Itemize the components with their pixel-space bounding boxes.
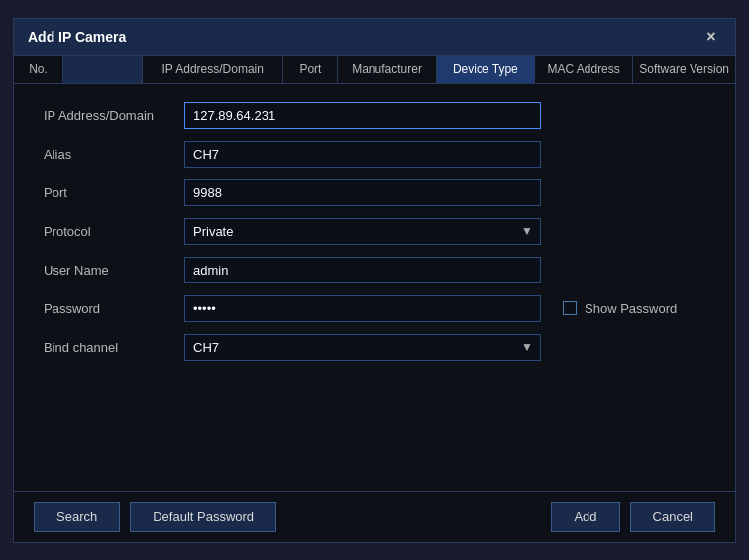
th-status <box>63 56 143 83</box>
show-password-checkbox[interactable] <box>563 301 577 315</box>
port-input[interactable] <box>184 179 541 206</box>
protocol-row: Protocol Private ONVIF RTSP ▼ <box>44 218 705 245</box>
table-header: No. IP Address/Domain Port Manufacturer … <box>14 56 735 84</box>
ip-input[interactable] <box>184 102 541 129</box>
th-software: Software Version <box>633 56 735 83</box>
add-ip-camera-dialog: Add IP Camera × No. IP Address/Domain Po… <box>13 18 736 543</box>
search-button[interactable]: Search <box>34 502 120 532</box>
port-row: Port <box>44 179 705 206</box>
bind-channel-label: Bind channel <box>44 340 172 355</box>
th-ip: IP Address/Domain <box>143 56 283 83</box>
username-input[interactable] <box>184 257 541 283</box>
password-label: Password <box>44 301 172 316</box>
alias-row: Alias <box>44 141 705 168</box>
close-button[interactable]: × <box>701 27 721 47</box>
show-password-label: Show Password <box>585 301 677 316</box>
th-no: No. <box>14 56 63 83</box>
protocol-label: Protocol <box>44 224 172 239</box>
ip-row: IP Address/Domain <box>44 102 705 129</box>
form-content: IP Address/Domain Alias Port Protocol Pr… <box>14 84 735 491</box>
th-manufacturer: Manufacturer <box>338 56 436 83</box>
ip-label: IP Address/Domain <box>44 108 172 123</box>
password-row: Password Show Password <box>44 295 705 322</box>
title-bar: Add IP Camera × <box>14 19 735 56</box>
bind-channel-row: Bind channel CH1CH2CH3 CH4CH5CH6 CH7CH8 … <box>44 334 705 361</box>
show-password-area: Show Password <box>563 301 677 316</box>
bind-channel-select-wrap: CH1CH2CH3 CH4CH5CH6 CH7CH8 ▼ <box>184 334 541 361</box>
protocol-select-wrap: Private ONVIF RTSP ▼ <box>184 218 541 245</box>
alias-label: Alias <box>44 147 172 162</box>
cancel-button[interactable]: Cancel <box>630 502 715 532</box>
bind-channel-select[interactable]: CH1CH2CH3 CH4CH5CH6 CH7CH8 <box>184 334 541 361</box>
th-device-type: Device Type <box>437 56 535 83</box>
protocol-select[interactable]: Private ONVIF RTSP <box>184 218 541 245</box>
port-label: Port <box>44 185 172 200</box>
th-port: Port <box>283 56 338 83</box>
password-input[interactable] <box>184 295 541 322</box>
footer: Search Default Password Add Cancel <box>14 491 735 542</box>
username-label: User Name <box>44 263 172 278</box>
spacer <box>44 373 705 412</box>
alias-input[interactable] <box>184 141 541 168</box>
th-mac: MAC Address <box>535 56 633 83</box>
default-password-button[interactable]: Default Password <box>130 502 276 532</box>
dialog-title: Add IP Camera <box>28 29 126 45</box>
username-row: User Name <box>44 257 705 283</box>
add-button[interactable]: Add <box>551 502 619 532</box>
